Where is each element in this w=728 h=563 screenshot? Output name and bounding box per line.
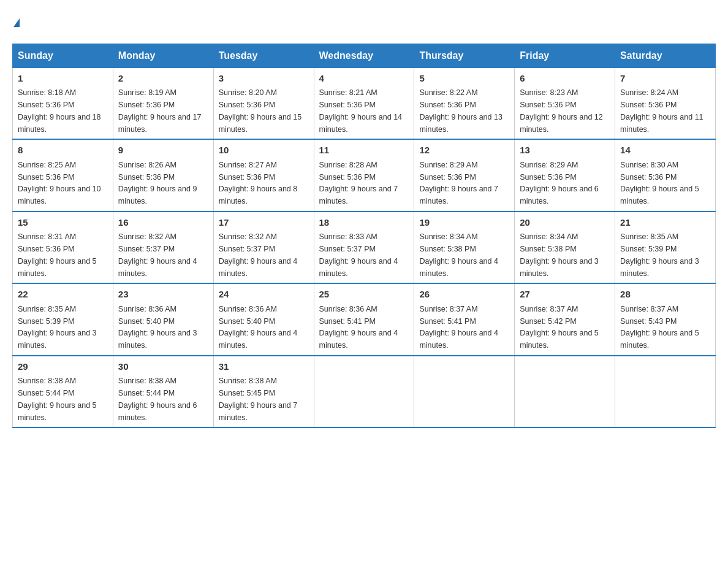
calendar-cell: 24 Sunrise: 8:36 AM Sunset: 5:40 PM Dayl… xyxy=(213,283,314,356)
calendar-cell xyxy=(314,356,414,428)
sunrise-info: Sunrise: 8:37 AM xyxy=(520,305,578,313)
sunrise-info: Sunrise: 8:34 AM xyxy=(520,232,578,241)
sunrise-info: Sunrise: 8:33 AM xyxy=(319,232,377,241)
calendar-cell: 13 Sunrise: 8:29 AM Sunset: 5:36 PM Dayl… xyxy=(515,139,615,212)
day-number: 6 xyxy=(520,72,610,86)
column-header-saturday: Saturday xyxy=(615,44,716,67)
daylight-info: Daylight: 9 hours and 5 minutes. xyxy=(520,329,599,350)
calendar-cell: 3 Sunrise: 8:20 AM Sunset: 5:36 PM Dayli… xyxy=(213,67,314,139)
logo xyxy=(12,12,20,31)
sunset-info: Sunset: 5:37 PM xyxy=(118,245,175,253)
sunset-info: Sunset: 5:36 PM xyxy=(520,101,576,109)
calendar-week-5: 29 Sunrise: 8:38 AM Sunset: 5:44 PM Dayl… xyxy=(13,356,716,428)
sunrise-info: Sunrise: 8:37 AM xyxy=(419,305,477,313)
column-header-monday: Monday xyxy=(113,44,213,67)
sunrise-info: Sunrise: 8:38 AM xyxy=(219,377,277,385)
daylight-info: Daylight: 9 hours and 3 minutes. xyxy=(18,329,97,350)
sunset-info: Sunset: 5:43 PM xyxy=(620,317,677,326)
calendar-cell: 31 Sunrise: 8:38 AM Sunset: 5:45 PM Dayl… xyxy=(213,356,314,428)
calendar-week-2: 8 Sunrise: 8:25 AM Sunset: 5:36 PM Dayli… xyxy=(13,139,716,212)
daylight-info: Daylight: 9 hours and 7 minutes. xyxy=(319,185,398,205)
daylight-info: Daylight: 9 hours and 4 minutes. xyxy=(319,257,398,278)
sunset-info: Sunset: 5:45 PM xyxy=(219,389,275,397)
calendar-cell: 26 Sunrise: 8:37 AM Sunset: 5:41 PM Dayl… xyxy=(414,283,515,356)
sunrise-info: Sunrise: 8:25 AM xyxy=(18,161,76,169)
daylight-info: Daylight: 9 hours and 10 minutes. xyxy=(18,185,101,205)
day-number: 8 xyxy=(18,144,108,158)
day-number: 11 xyxy=(319,144,409,158)
daylight-info: Daylight: 9 hours and 4 minutes. xyxy=(419,257,498,278)
sunset-info: Sunset: 5:36 PM xyxy=(18,101,74,109)
day-number: 10 xyxy=(219,144,309,158)
sunset-info: Sunset: 5:38 PM xyxy=(419,245,476,253)
calendar-week-4: 22 Sunrise: 8:35 AM Sunset: 5:39 PM Dayl… xyxy=(13,283,716,356)
daylight-info: Daylight: 9 hours and 8 minutes. xyxy=(219,185,298,205)
day-number: 24 xyxy=(219,288,309,302)
sunrise-info: Sunrise: 8:30 AM xyxy=(620,161,678,169)
sunset-info: Sunset: 5:36 PM xyxy=(219,173,275,182)
sunrise-info: Sunrise: 8:31 AM xyxy=(18,232,76,241)
calendar-cell: 4 Sunrise: 8:21 AM Sunset: 5:36 PM Dayli… xyxy=(314,67,414,139)
column-header-tuesday: Tuesday xyxy=(213,44,314,67)
sunset-info: Sunset: 5:41 PM xyxy=(419,317,476,326)
sunrise-info: Sunrise: 8:28 AM xyxy=(319,161,377,169)
daylight-info: Daylight: 9 hours and 11 minutes. xyxy=(620,113,703,134)
sunrise-info: Sunrise: 8:36 AM xyxy=(319,305,377,313)
daylight-info: Daylight: 9 hours and 17 minutes. xyxy=(118,113,202,134)
sunset-info: Sunset: 5:36 PM xyxy=(520,173,576,182)
daylight-info: Daylight: 9 hours and 4 minutes. xyxy=(219,257,298,278)
sunrise-info: Sunrise: 8:18 AM xyxy=(18,88,76,97)
sunrise-info: Sunrise: 8:35 AM xyxy=(620,232,678,241)
day-number: 9 xyxy=(118,144,208,158)
day-number: 16 xyxy=(118,216,208,230)
sunset-info: Sunset: 5:39 PM xyxy=(620,245,677,253)
sunset-info: Sunset: 5:37 PM xyxy=(319,245,376,253)
daylight-info: Daylight: 9 hours and 18 minutes. xyxy=(18,113,101,134)
day-number: 18 xyxy=(319,216,409,230)
column-header-sunday: Sunday xyxy=(13,44,113,67)
calendar-cell: 18 Sunrise: 8:33 AM Sunset: 5:37 PM Dayl… xyxy=(314,212,414,284)
calendar-cell xyxy=(515,356,615,428)
day-number: 14 xyxy=(620,144,710,158)
day-number: 19 xyxy=(419,216,509,230)
sunrise-info: Sunrise: 8:27 AM xyxy=(219,161,277,169)
daylight-info: Daylight: 9 hours and 5 minutes. xyxy=(18,401,97,422)
calendar-cell: 19 Sunrise: 8:34 AM Sunset: 5:38 PM Dayl… xyxy=(414,212,515,284)
sunrise-info: Sunrise: 8:35 AM xyxy=(18,305,76,313)
day-number: 5 xyxy=(419,72,509,86)
calendar-cell: 6 Sunrise: 8:23 AM Sunset: 5:36 PM Dayli… xyxy=(515,67,615,139)
sunset-info: Sunset: 5:42 PM xyxy=(520,317,576,326)
sunrise-info: Sunrise: 8:29 AM xyxy=(419,161,477,169)
sunrise-info: Sunrise: 8:29 AM xyxy=(520,161,578,169)
day-number: 23 xyxy=(118,288,208,302)
sunset-info: Sunset: 5:36 PM xyxy=(620,173,677,182)
sunrise-info: Sunrise: 8:37 AM xyxy=(620,305,678,313)
calendar-week-1: 1 Sunrise: 8:18 AM Sunset: 5:36 PM Dayli… xyxy=(13,67,716,139)
calendar-cell: 16 Sunrise: 8:32 AM Sunset: 5:37 PM Dayl… xyxy=(113,212,213,284)
day-number: 27 xyxy=(520,288,610,302)
sunset-info: Sunset: 5:36 PM xyxy=(18,173,74,182)
sunset-info: Sunset: 5:36 PM xyxy=(319,101,376,109)
sunset-info: Sunset: 5:36 PM xyxy=(118,173,175,182)
sunset-info: Sunset: 5:36 PM xyxy=(419,101,476,109)
day-number: 26 xyxy=(419,288,509,302)
daylight-info: Daylight: 9 hours and 6 minutes. xyxy=(520,185,599,205)
daylight-info: Daylight: 9 hours and 4 minutes. xyxy=(319,329,398,350)
sunrise-info: Sunrise: 8:38 AM xyxy=(18,377,76,385)
calendar-cell: 15 Sunrise: 8:31 AM Sunset: 5:36 PM Dayl… xyxy=(13,212,113,284)
sunset-info: Sunset: 5:36 PM xyxy=(118,101,175,109)
sunset-info: Sunset: 5:36 PM xyxy=(18,245,74,253)
sunrise-info: Sunrise: 8:26 AM xyxy=(118,161,176,169)
calendar-cell: 21 Sunrise: 8:35 AM Sunset: 5:39 PM Dayl… xyxy=(615,212,716,284)
column-header-wednesday: Wednesday xyxy=(314,44,414,67)
day-number: 1 xyxy=(18,72,108,86)
calendar-cell: 22 Sunrise: 8:35 AM Sunset: 5:39 PM Dayl… xyxy=(13,283,113,356)
calendar-cell: 17 Sunrise: 8:32 AM Sunset: 5:37 PM Dayl… xyxy=(213,212,314,284)
sunset-info: Sunset: 5:36 PM xyxy=(419,173,476,182)
daylight-info: Daylight: 9 hours and 5 minutes. xyxy=(620,329,699,350)
sunrise-info: Sunrise: 8:19 AM xyxy=(118,88,176,97)
column-header-friday: Friday xyxy=(515,44,615,67)
sunrise-info: Sunrise: 8:24 AM xyxy=(620,88,678,97)
day-number: 22 xyxy=(18,288,108,302)
calendar-cell: 2 Sunrise: 8:19 AM Sunset: 5:36 PM Dayli… xyxy=(113,67,213,139)
